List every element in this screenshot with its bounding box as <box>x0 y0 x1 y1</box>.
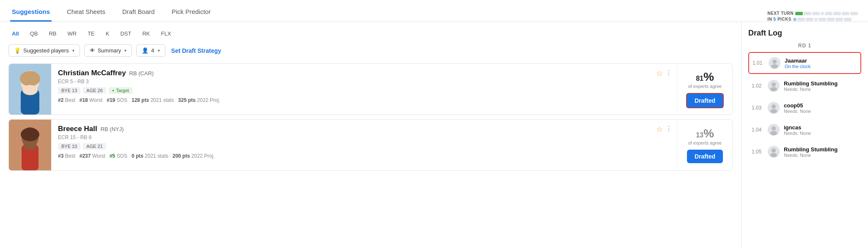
svg-point-17 <box>772 104 776 109</box>
svg-point-21 <box>770 131 777 135</box>
pick-num-104: 1.04 <box>752 127 764 133</box>
person-icon: 👤 <box>142 47 148 54</box>
svg-point-2 <box>20 71 40 86</box>
pick-name-103: coop05 <box>784 102 858 109</box>
pick-sub-102: Needs: None <box>784 87 858 92</box>
svg-point-23 <box>772 148 776 153</box>
pick-avatar-101 <box>769 57 780 69</box>
more-menu-mccaffrey[interactable]: ⋮ <box>665 69 672 77</box>
lightbulb-icon: 💡 <box>14 47 21 54</box>
svg-point-15 <box>770 87 777 91</box>
tag-age-mccaffrey: AGE 26 <box>83 87 106 94</box>
nav-draft-board[interactable]: Draft Board <box>121 2 157 22</box>
pos-wr[interactable]: WR <box>64 29 80 38</box>
nav-suggestions[interactable]: Suggestions <box>10 2 52 22</box>
expert-label-mccaffrey: of experts agree <box>688 84 722 89</box>
svg-point-12 <box>771 64 778 68</box>
pick-avatar-105 <box>768 146 780 158</box>
tag-age-hall: AGE 21 <box>83 143 106 150</box>
tag-bye-mccaffrey: BYE 13 <box>58 87 80 94</box>
pos-all[interactable]: All <box>8 29 22 38</box>
main-content: All QB RB WR TE K DST RK FLX 💡 Suggested… <box>0 22 741 249</box>
draft-pick-101[interactable]: 1.01 Jaamaar On the clock <box>748 52 861 74</box>
pick-sub-101: On the clock <box>785 64 857 69</box>
draft-pick-103[interactable]: 1.03 coop05 Needs: None <box>748 98 861 118</box>
nav-cheat-sheets[interactable]: Cheat Sheets <box>65 2 107 22</box>
draft-pick-105[interactable]: 1.05 Rumbling Stumbling Needs: None <box>748 142 861 162</box>
filter-bar: 💡 Suggested players ▾ 👁 Summary ▾ 👤 4 ▾ … <box>8 44 733 57</box>
player-ecr-hall: ECR 15 - RB 8 <box>58 134 649 140</box>
drafted-button-mccaffrey[interactable]: Drafted <box>686 93 724 108</box>
position-filter: All QB RB WR TE K DST RK FLX <box>8 29 733 38</box>
pick-info-105: Rumbling Stumbling Needs: None <box>784 146 858 158</box>
draft-pick-102[interactable]: 1.02 Rumbling Stumbling Needs: None <box>748 76 861 96</box>
pick-sub-103: Needs: None <box>784 109 858 114</box>
pos-qb[interactable]: QB <box>27 29 41 38</box>
drafted-button-hall[interactable]: Drafted <box>687 150 723 163</box>
tag-bye-hall: BYE 10 <box>58 143 80 150</box>
tag-target-mccaffrey: Target <box>109 87 132 94</box>
pick-avatar-102 <box>768 80 780 92</box>
star-menu-hall: ☆ ⋮ <box>656 120 677 170</box>
tags-hall: BYE 10 AGE 21 <box>58 143 649 150</box>
chevron-down-icon-3: ▾ <box>158 48 160 53</box>
expert-label-hall: of experts agree <box>688 140 722 145</box>
next-turn-label: NEXT TURN <box>767 11 794 16</box>
count-label: 4 <box>151 47 154 54</box>
svg-point-4 <box>22 85 38 95</box>
pick-name-105: Rumbling Stumbling <box>784 146 858 153</box>
draft-pick-104[interactable]: 1.04 igncas Needs: None <box>748 120 861 140</box>
player-card-hall: Breece Hall RB (NYJ) ECR 15 - RB 8 BYE 1… <box>8 119 733 171</box>
pick-info-101: Jaamaar On the clock <box>785 57 857 69</box>
player-pos-hall: RB (NYJ) <box>101 126 124 132</box>
pick-num-105: 1.05 <box>752 149 764 155</box>
expert-panel-hall: 13% of experts agree Drafted <box>677 120 732 170</box>
tags-mccaffrey: BYE 13 AGE 26 Target <box>58 87 649 94</box>
players-dropdown[interactable]: 💡 Suggested players ▾ <box>8 44 80 57</box>
set-draft-strategy-button[interactable]: Set Draft Strategy <box>171 47 221 54</box>
svg-point-11 <box>772 60 777 64</box>
summary-dropdown[interactable]: 👁 Summary ▾ <box>84 44 132 57</box>
stats-mccaffrey: #2 Best #18 Worst #19 SOS 128 pts 2021 s… <box>58 97 649 103</box>
svg-point-18 <box>770 109 777 113</box>
summary-label: Summary <box>98 47 121 54</box>
player-pos-mccaffrey: RB (CAR) <box>129 70 154 77</box>
favorite-star-mccaffrey[interactable]: ☆ <box>656 69 663 78</box>
pos-flx[interactable]: FLX <box>158 29 175 38</box>
draft-log-panel: Draft Log RD 1 1.01 Jaamaar On the clock… <box>741 22 868 249</box>
pick-name-101: Jaamaar <box>785 57 857 64</box>
top-navigation: Suggestions Cheat Sheets Draft Board Pic… <box>0 0 868 22</box>
more-menu-hall[interactable]: ⋮ <box>665 125 672 133</box>
expert-panel-mccaffrey: 81% of experts agree Drafted <box>677 64 732 115</box>
pick-info-103: coop05 Needs: None <box>784 102 858 114</box>
pos-te[interactable]: TE <box>84 29 98 38</box>
pick-info-102: Rumbling Stumbling Needs: None <box>784 80 858 92</box>
draft-log-title: Draft Log <box>748 29 861 38</box>
pick-num-102: 1.02 <box>752 83 764 89</box>
pick-num-103: 1.03 <box>752 105 764 111</box>
player-avatar-hall <box>9 120 51 170</box>
player-ecr-mccaffrey: ECR 5 - RB 3 <box>58 79 649 85</box>
pick-sub-104: Needs: None <box>784 131 858 136</box>
stats-hall: #3 Best #237 Worst #5 SOS 0 pts 2021 sta… <box>58 153 649 159</box>
player-info-hall: Breece Hall RB (NYJ) ECR 15 - RB 8 BYE 1… <box>51 120 656 170</box>
svg-point-7 <box>21 128 39 141</box>
pick-avatar-104 <box>768 124 780 136</box>
count-dropdown[interactable]: 👤 4 ▾ <box>136 44 165 57</box>
nav-pick-predictor[interactable]: Pick Predictor <box>170 2 213 22</box>
chevron-down-icon-2: ▾ <box>124 48 126 53</box>
player-card-mccaffrey: Christian McCaffrey RB (CAR) ECR 5 - RB … <box>8 63 733 115</box>
player-name-hall: Breece Hall <box>58 125 97 133</box>
rd-label: RD 1 <box>748 43 861 49</box>
pos-rk[interactable]: RK <box>139 29 153 38</box>
pick-num-101: 1.01 <box>753 60 764 66</box>
chevron-down-icon: ▾ <box>72 48 74 53</box>
favorite-star-hall[interactable]: ☆ <box>656 125 663 134</box>
pos-k[interactable]: K <box>102 29 113 38</box>
pos-dst[interactable]: DST <box>117 29 135 38</box>
pos-rb[interactable]: RB <box>45 29 60 38</box>
pick-name-102: Rumbling Stumbling <box>784 80 858 87</box>
pick-avatar-103 <box>768 102 780 114</box>
svg-point-20 <box>772 126 776 131</box>
expert-pct-hall: 13% <box>696 127 714 140</box>
